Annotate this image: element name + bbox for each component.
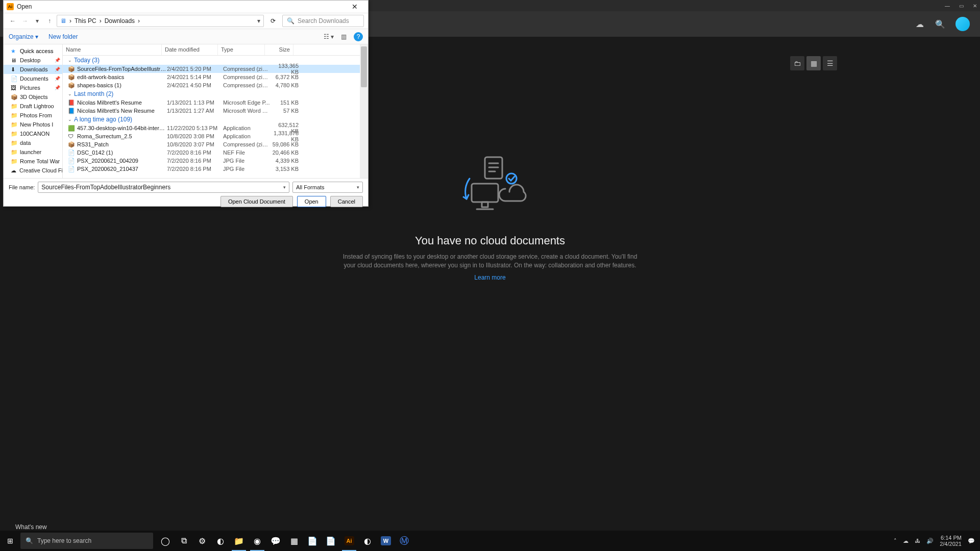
tray-chevron-icon[interactable]: ˄ <box>894 538 897 544</box>
tree-node[interactable]: 📁New Photos I <box>4 120 62 129</box>
taskbar-app-icon[interactable]: W <box>377 531 395 551</box>
breadcrumb[interactable]: 🖥 › This PC › Downloads › ▾ <box>57 15 264 27</box>
file-row[interactable]: 🟩457.30-desktop-win10-64bit-internationa… <box>63 124 368 132</box>
file-row[interactable]: 📄PSX_20200621_0042097/2/2020 8:16 PMJPG … <box>63 157 368 165</box>
dialog-nav: ← → ▾ ↑ 🖥 › This PC › Downloads › ▾ ⟳ 🔍 … <box>4 13 368 29</box>
taskbar-app-icon[interactable]: Ⓜ <box>395 531 413 551</box>
taskbar-search[interactable]: 🔍 Type here to search <box>20 533 153 549</box>
taskbar-app-icon[interactable]: ▦ <box>285 531 303 551</box>
folder-view-button[interactable]: 🗀 <box>790 56 804 70</box>
tree-node[interactable]: ☁Creative Cloud Fil <box>4 166 62 175</box>
nav-tree[interactable]: ★Quick access🖥Desktop📌⬇Downloads📌📄Docume… <box>4 44 63 178</box>
column-type[interactable]: Type <box>218 44 265 55</box>
system-tray[interactable]: ˄ ☁ 🖧 🔊 6:14 PM 2/4/2021 💬 <box>889 535 980 547</box>
taskbar[interactable]: ⊞ 🔍 Type here to search ◯⧉⚙◐📁◉💬▦📄📄Ai◐WⓂ … <box>0 531 980 551</box>
view-mode-button[interactable]: ☷ ▾ <box>324 33 334 40</box>
tree-node[interactable]: ⬇Downloads📌 <box>4 65 62 74</box>
taskbar-app-icon[interactable]: Ai <box>340 531 358 551</box>
file-row[interactable]: 📘Nicolas Milbrett's New Resume1/13/2021 … <box>63 107 368 115</box>
taskbar-app-icon[interactable]: ◐ <box>358 531 377 551</box>
breadcrumb-segment[interactable]: Downloads <box>105 17 135 24</box>
list-header[interactable]: Name Date modified Type Size <box>63 44 368 56</box>
search-icon[interactable]: 🔍 <box>935 19 945 29</box>
column-size[interactable]: Size <box>265 44 293 55</box>
file-row[interactable]: 📄PSX_20200620_2104377/2/2020 8:16 PMJPG … <box>63 165 368 173</box>
tree-node[interactable]: 📁data <box>4 138 62 147</box>
restore-button[interactable]: ▭ <box>959 3 964 9</box>
file-row[interactable]: 📄DSC_0142 (1)7/2/2020 8:16 PMNEF File20,… <box>63 148 368 157</box>
tree-node[interactable]: 🖥Desktop📌 <box>4 56 62 65</box>
volume-icon[interactable]: 🔊 <box>926 538 934 544</box>
file-row[interactable]: 📦shapes-basics (1)2/4/2021 4:50 PMCompre… <box>63 81 368 89</box>
list-group-header[interactable]: ⌄ Today (3) <box>63 56 368 65</box>
avatar[interactable] <box>955 17 970 31</box>
list-scrollbar[interactable] <box>360 44 368 178</box>
taskbar-app-icon[interactable]: 📁 <box>230 531 248 551</box>
file-row[interactable]: 📦RS31_Patch10/8/2020 3:07 PMCompressed (… <box>63 140 368 148</box>
refresh-button[interactable]: ⟳ <box>266 17 280 24</box>
taskbar-app-icon[interactable]: 💬 <box>266 531 285 551</box>
minimize-button[interactable]: — <box>945 3 950 9</box>
pc-icon: 🖥 <box>60 17 66 24</box>
notifications-icon[interactable]: 💬 <box>968 538 975 544</box>
file-format-select[interactable]: All Formats <box>292 182 363 193</box>
cloud-icon[interactable]: ☁ <box>915 19 925 29</box>
tree-node[interactable]: 📁launcher <box>4 147 62 157</box>
new-folder-button[interactable]: New folder <box>48 33 78 40</box>
file-row[interactable]: 📦edit-artwork-basics2/4/2021 5:14 PMComp… <box>63 73 368 81</box>
nav-back-button[interactable]: ← <box>8 17 18 24</box>
nav-forward-button[interactable]: → <box>20 17 30 24</box>
tree-node[interactable]: 🖼Pictures📌 <box>4 83 62 92</box>
close-app-button[interactable]: ✕ <box>973 3 977 9</box>
taskbar-app-icon[interactable]: ◐ <box>211 531 230 551</box>
taskbar-app-icon[interactable]: ⚙ <box>193 531 211 551</box>
clock[interactable]: 6:14 PM 2/4/2021 <box>940 535 962 547</box>
file-row[interactable]: 📦SourceFiles-FromTopAdobeIllustratorBeg.… <box>63 65 368 73</box>
search-input[interactable]: 🔍 Search Downloads <box>282 15 364 27</box>
file-icon: 📦 <box>68 141 75 148</box>
list-group-header[interactable]: ⌄ A long time ago (109) <box>63 115 368 124</box>
help-button[interactable]: ? <box>354 32 363 41</box>
file-row[interactable]: 📕Nicolas Milbrett's Resume1/13/2021 1:13… <box>63 98 368 107</box>
file-icon: 📄 <box>68 149 75 156</box>
taskbar-app-icon[interactable]: 📄 <box>322 531 340 551</box>
tree-node[interactable]: 📁Rome Total War <box>4 157 62 166</box>
open-cloud-button[interactable]: Open Cloud Document <box>220 196 293 207</box>
open-button[interactable]: Open <box>297 196 326 207</box>
preview-pane-button[interactable]: ▥ <box>341 33 347 40</box>
taskbar-app-icon[interactable]: ◯ <box>156 531 175 551</box>
taskbar-app-icon[interactable]: ◉ <box>248 531 266 551</box>
tree-node[interactable]: 📄Documents📌 <box>4 74 62 83</box>
breadcrumb-segment[interactable]: This PC <box>75 17 96 24</box>
grid-view-button[interactable]: ▦ <box>806 56 821 70</box>
file-list[interactable]: Name Date modified Type Size ⌄ Today (3)… <box>63 44 368 178</box>
whats-new-link[interactable]: What's new <box>15 523 47 531</box>
tree-node[interactable]: 📦3D Objects <box>4 92 62 102</box>
column-date[interactable]: Date modified <box>162 44 218 55</box>
learn-more-link[interactable]: Learn more <box>474 274 505 281</box>
tree-node[interactable]: 📁Photos From <box>4 111 62 120</box>
chevron-down-icon: ⌄ <box>68 58 72 63</box>
dialog-close-button[interactable]: ✕ <box>345 1 365 12</box>
start-button[interactable]: ⊞ <box>0 531 20 551</box>
svg-rect-4 <box>472 184 498 202</box>
tree-node[interactable]: ★Quick access <box>4 46 62 56</box>
tree-node[interactable]: 📁Draft Lightroo <box>4 102 62 111</box>
taskbar-app-icon[interactable]: ⧉ <box>175 531 193 551</box>
onedrive-icon[interactable]: ☁ <box>903 538 909 544</box>
column-name[interactable]: Name <box>63 44 162 55</box>
cancel-button[interactable]: Cancel <box>330 196 363 207</box>
file-name-input[interactable]: SourceFiles-FromTopAdobeIllustratorBegin… <box>38 182 289 193</box>
network-icon[interactable]: 🖧 <box>915 538 920 544</box>
tree-node[interactable]: 📁100CANON <box>4 129 62 138</box>
file-row[interactable]: 🛡Roma_Surrectum_2.510/8/2020 3:08 PMAppl… <box>63 132 368 140</box>
search-icon: 🔍 <box>287 17 295 24</box>
list-group-header[interactable]: ⌄ Last month (2) <box>63 89 368 98</box>
scrollbar-thumb[interactable] <box>361 46 367 87</box>
nav-up-button[interactable]: ↑ <box>44 17 55 24</box>
organize-menu[interactable]: Organize ▾ <box>9 33 38 40</box>
nav-recent-dropdown[interactable]: ▾ <box>32 17 42 24</box>
list-view-button[interactable]: ☰ <box>823 56 837 70</box>
dialog-toolbar: Organize ▾ New folder ☷ ▾ ▥ ? <box>4 29 368 44</box>
taskbar-app-icon[interactable]: 📄 <box>303 531 322 551</box>
